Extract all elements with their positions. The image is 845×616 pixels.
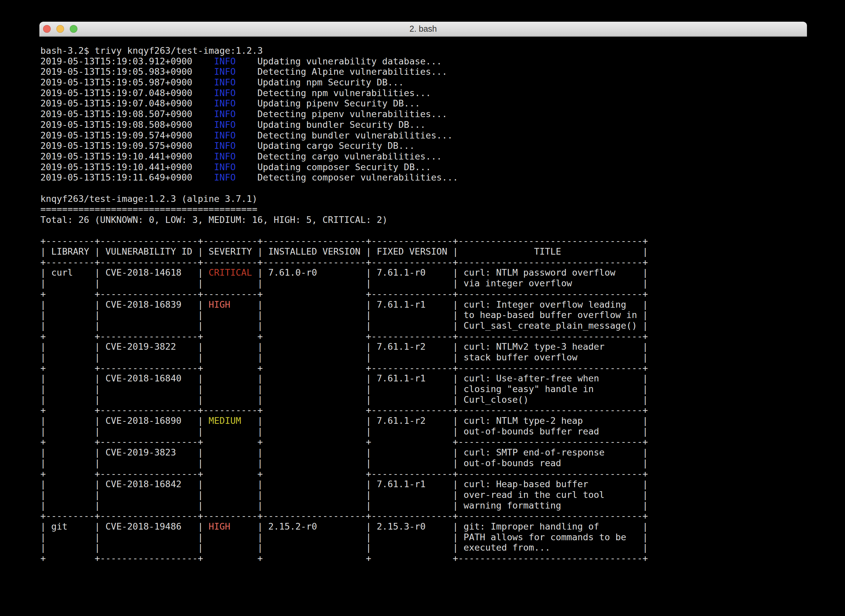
terminal-line: | | | | | | closing "easy" handle in | (40, 384, 807, 395)
terminal-text: | | CVE-2018-16890 | (40, 415, 208, 426)
info-text: INFO (214, 162, 236, 172)
terminal-line: | | CVE-2018-16840 | | | 7.61.1-r1 | cur… (40, 373, 807, 384)
terminal-text: 2019-05-13T15:19:09.574+0900 (40, 130, 214, 141)
terminal-line: + +------------------+ + + +------------… (40, 437, 807, 447)
terminal-line: 2019-05-13T15:19:11.649+0900 INFO Detect… (40, 172, 807, 183)
terminal-line: bash-3.2$ trivy knqyf263/test-image:1.2.… (40, 45, 807, 56)
terminal-text: | | CVE-2018-16839 | (40, 299, 208, 309)
terminal-line: + +------------------+ + +--------------… (40, 468, 807, 479)
terminal-text: 2019-05-13T15:19:05.983+0900 (40, 66, 214, 77)
terminal-text: | | 7.61.1-r2 | curl: NTLM type-2 heap | (241, 415, 648, 426)
minimize-button[interactable] (56, 25, 64, 33)
terminal-content-area[interactable]: bash-3.2$ trivy knqyf263/test-image:1.2.… (40, 37, 807, 563)
close-button[interactable] (43, 25, 51, 33)
terminal-line: 2019-05-13T15:19:10.441+0900 INFO Detect… (40, 151, 807, 162)
terminal-line: | | | | | | PATH allows for commands to … (40, 532, 807, 543)
terminal-line: | | CVE-2019-3822 | | | 7.61.1-r2 | curl… (40, 341, 807, 352)
info-text: INFO (214, 109, 236, 119)
terminal-line: + +------------------+ + +--------------… (40, 363, 807, 373)
terminal-text: | | | executed from... | (208, 542, 648, 553)
terminal-line: 2019-05-13T15:19:05.987+0900 INFO Updati… (40, 77, 807, 88)
terminal-text: Updating pipenv Security DB... (236, 98, 420, 109)
terminal-text: | | | (40, 458, 208, 468)
terminal-text: | | | Curl_close() | (208, 395, 648, 405)
window-title-bar[interactable]: 2. bash (40, 22, 807, 37)
terminal-text: | | | (40, 426, 208, 437)
terminal-text: Total: 26 (UNKNOWN: 0, LOW: 3, MEDIUM: 1… (40, 214, 387, 225)
terminal-text: + +------------------+ + +--------------… (40, 363, 648, 373)
high-text: HIGH (208, 299, 230, 309)
terminal-text: Updating npm Security DB... (236, 77, 404, 87)
terminal-text: 2019-05-13T15:19:09.575+0900 (40, 141, 214, 151)
info-text: INFO (214, 88, 236, 98)
terminal-text: 2019-05-13T15:19:08.507+0900 (40, 109, 214, 119)
terminal-text: 2019-05-13T15:19:11.649+0900 (40, 172, 214, 183)
terminal-line: | | | | | | stack buffer overflow | (40, 352, 807, 363)
terminal-text: | | | PATH allows for commands to be | (208, 532, 648, 542)
terminal-text: | git | CVE-2018-19486 | (40, 521, 208, 532)
terminal-text: | | | (40, 500, 208, 510)
terminal-text: Detecting cargo vulnerabilities... (236, 151, 442, 161)
terminal-text: Updating bundler Security DB... (236, 119, 425, 130)
terminal-text: | | | (40, 320, 208, 331)
terminal-line: +---------+------------------+----------… (40, 510, 807, 521)
terminal-text: Detecting Alpine vulnerabilities... (236, 66, 447, 77)
terminal-line: | | CVE-2018-16842 | | | 7.61.1-r1 | cur… (40, 479, 807, 490)
terminal-text: + +------------------+ + +--------------… (40, 468, 648, 479)
terminal-line: | | | | | | executed from... | (40, 542, 807, 553)
terminal-line: | | | | | | out-of-bounds read | (40, 458, 807, 468)
terminal-text: ======================================== (40, 204, 257, 214)
terminal-text: Detecting npm vulnerabilities... (236, 88, 431, 98)
terminal-line (40, 183, 807, 194)
terminal-line: | | | | | | to heap-based buffer overflo… (40, 309, 807, 320)
terminal-text: 2019-05-13T15:19:10.441+0900 (40, 162, 214, 172)
terminal-text: | | | to heap-based buffer overflow in | (208, 309, 648, 320)
terminal-text: | | | out-of-bounds buffer read | (208, 426, 648, 437)
terminal-line: + +------------------+ + + +------------… (40, 553, 807, 563)
terminal-text: Updating composer Security DB... (236, 162, 431, 172)
terminal-text: | | | out-of-bounds read | (208, 458, 648, 468)
terminal-output: bash-3.2$ trivy knqyf263/test-image:1.2.… (40, 45, 807, 563)
terminal-line: | | CVE-2018-16890 | MEDIUM | | 7.61.1-r… (40, 415, 807, 426)
terminal-text: | | | (40, 395, 208, 405)
terminal-text: | 2.15.2-r0 | 2.15.3-r0 | git: Improper … (230, 521, 648, 532)
info-text: INFO (214, 151, 236, 161)
terminal-line: | | CVE-2018-16839 | HIGH | | 7.61.1-r1 … (40, 299, 807, 310)
terminal-text: + +------------------+----------+ +-----… (40, 289, 648, 299)
terminal-text: | | | over-read in the curl tool | (208, 490, 648, 500)
terminal-text: 2019-05-13T15:19:10.441+0900 (40, 151, 214, 161)
terminal-text: +---------+------------------+----------… (40, 236, 648, 246)
terminal-text: Detecting composer vulnerabilities... (236, 172, 458, 183)
terminal-line: + +------------------+----------+ +-----… (40, 405, 807, 415)
terminal-text: | | CVE-2018-16840 | (40, 373, 208, 383)
terminal-text: 2019-05-13T15:19:03.912+0900 (40, 56, 214, 66)
terminal-line: 2019-05-13T15:19:08.508+0900 INFO Updati… (40, 119, 807, 130)
terminal-text: 2019-05-13T15:19:08.508+0900 (40, 119, 214, 130)
terminal-text: + +------------------+ + +--------------… (40, 331, 648, 341)
terminal-text: Detecting bundler vulnerabilities... (236, 130, 453, 141)
terminal-text: Detecting pipenv vulnerabilities... (236, 109, 447, 119)
zoom-button[interactable] (70, 25, 78, 33)
terminal-text: | | | (40, 532, 208, 542)
terminal-text: Updating vulnerability database... (236, 56, 442, 66)
terminal-text: | | | (40, 352, 208, 362)
window-title: 2. bash (409, 24, 437, 34)
info-text: INFO (214, 141, 236, 151)
terminal-text: | | CVE-2019-3823 | (40, 447, 208, 458)
terminal-line: Total: 26 (UNKNOWN: 0, LOW: 3, MEDIUM: 1… (40, 214, 807, 225)
terminal-line: | | | | | | out-of-bounds buffer read | (40, 426, 807, 437)
terminal-line: | curl | CVE-2018-14618 | CRITICAL | 7.6… (40, 267, 807, 278)
terminal-text: +---------+------------------+----------… (40, 257, 648, 267)
terminal-text: | curl | CVE-2018-14618 | (40, 267, 208, 278)
terminal-text: | | | (40, 542, 208, 553)
terminal-line: | | | | | | via integer overflow | (40, 278, 807, 289)
terminal-line: + +------------------+ + +--------------… (40, 331, 807, 342)
terminal-line: ======================================== (40, 204, 807, 214)
terminal-text: + +------------------+----------+ +-----… (40, 405, 648, 415)
terminal-text: 2019-05-13T15:19:07.048+0900 (40, 98, 214, 109)
terminal-text: +---------+------------------+----------… (40, 510, 648, 521)
terminal-text: | | | via integer overflow | (208, 278, 648, 288)
terminal-text: + +------------------+ + + +------------… (40, 437, 648, 447)
medium-text: MEDIUM (208, 415, 241, 426)
high-text: HIGH (208, 521, 230, 532)
